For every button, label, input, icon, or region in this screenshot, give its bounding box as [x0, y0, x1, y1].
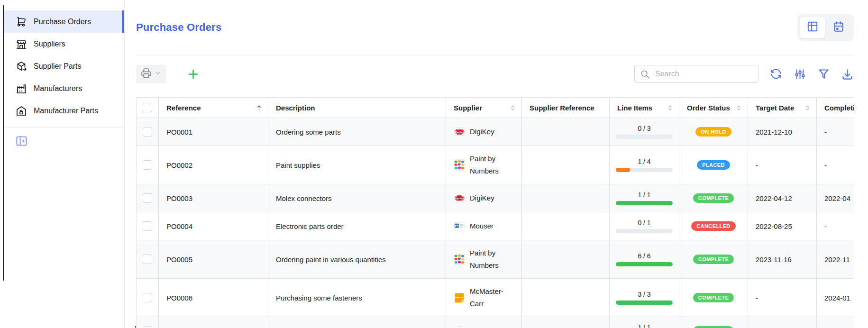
line-items-progress-label: 1 / 1 — [615, 324, 673, 328]
svg-text:Digi-Key: Digi-Key — [455, 197, 464, 200]
select-all-checkbox[interactable] — [143, 103, 152, 112]
factory-icon — [15, 82, 27, 95]
supplier-name: DigiKey — [470, 192, 494, 204]
line-items-progress-bar — [616, 229, 673, 233]
table-row[interactable]: PO0005Ordering paint in various quantiti… — [137, 240, 854, 279]
table-row[interactable]: PO0006Purchasing some fastenersMcMASTER.… — [137, 279, 854, 317]
add-order-button[interactable] — [186, 67, 200, 81]
sidebar-item-manufacturers[interactable]: Manufacturers — [4, 77, 124, 100]
line-items-progress-bar — [616, 135, 673, 139]
column-header-supplier_reference[interactable]: Supplier Reference — [522, 98, 610, 118]
table-toolbar — [136, 65, 854, 83]
line-items-cell: 0 / 1 — [610, 212, 679, 240]
table-view-button[interactable] — [800, 17, 825, 38]
description-cell: Molex connectors — [268, 317, 446, 328]
line-items-progress-bar — [616, 262, 673, 266]
column-header-completion_date[interactable]: Completion Date — [817, 98, 854, 118]
supplier-cell: Paint by Numbers — [446, 146, 522, 184]
sidebar-item-suppliers[interactable]: Suppliers — [4, 33, 124, 55]
row-checkbox[interactable] — [143, 193, 152, 203]
calendar-icon — [832, 20, 845, 35]
sort-ascending-icon — [255, 104, 263, 112]
line-items-progress-label: 1 / 1 — [615, 191, 673, 199]
column-header-target_date[interactable]: Target Date — [748, 98, 817, 118]
column-label: Supplier Reference — [530, 104, 594, 112]
description-cell: Molex connectors — [268, 184, 446, 212]
chevron-down-icon — [154, 69, 162, 79]
completion-date-cell: 2022-04 — [817, 184, 854, 212]
search-input[interactable] — [654, 69, 754, 79]
supplier-name: DigiKey — [470, 126, 494, 138]
collapse-sidebar-icon[interactable] — [15, 135, 28, 148]
main-panel: Purchase Orders ReferenceDescriptionSupp… — [125, 0, 868, 328]
target-date-cell: 2021-12-10 — [748, 118, 817, 146]
calendar-view-button[interactable] — [826, 17, 851, 38]
sidebar: Purchase OrdersSuppliersSupplier PartsMa… — [4, 0, 125, 328]
target-date-cell: - — [748, 279, 817, 317]
filter-icon[interactable] — [817, 68, 830, 81]
sidebar-item-purchase-orders[interactable]: Purchase Orders — [4, 10, 124, 33]
sidebar-item-supplier-parts[interactable]: Supplier Parts — [4, 55, 124, 77]
table-icon — [806, 20, 819, 35]
supplier-cell: Digi-KeyDigiKey — [446, 184, 522, 212]
adjustments-icon[interactable] — [794, 68, 806, 81]
row-checkbox[interactable] — [143, 293, 152, 302]
download-icon[interactable] — [841, 68, 854, 81]
sidebar-item-label: Suppliers — [34, 40, 65, 48]
print-button[interactable] — [136, 65, 166, 83]
row-checkbox[interactable] — [143, 127, 152, 137]
warehouse-lock-icon — [15, 105, 27, 117]
reference-cell: PO0004 — [159, 212, 268, 240]
reference-cell: PO0005 — [159, 240, 268, 279]
order-status-badge: COMPLETE — [693, 193, 734, 203]
table-row[interactable]: PO0001Ordering some partsDigi-KeyDigiKey… — [137, 118, 854, 146]
supplier-name: McMaster-Carr — [470, 285, 514, 310]
target-date-cell: 2023-11-16 — [748, 240, 817, 279]
svg-text:McMASTER.: McMASTER. — [455, 297, 463, 299]
row-checkbox[interactable] — [143, 221, 152, 231]
order-status-cell: CANCELLED — [679, 212, 748, 240]
column-label: Line Items — [617, 104, 652, 112]
supplier-reference-cell — [522, 317, 610, 328]
order-status-badge: PLACED — [697, 160, 730, 170]
reference-cell: PO0001 — [159, 118, 268, 146]
table-row[interactable]: PO0004Electronic parts orderMouser0 / 1C… — [137, 212, 854, 240]
order-status-badge: ON HOLD — [695, 127, 731, 137]
shopping-cart-icon — [15, 16, 27, 28]
purchase-orders-table: ReferenceDescriptionSupplierSupplier Ref… — [136, 97, 854, 328]
sidebar-item-manufacturer-parts[interactable]: Manufacturer Parts — [4, 100, 124, 122]
table-row[interactable]: PO0003Molex connectorsDigi-KeyDigiKey1 /… — [137, 184, 854, 212]
column-header-description[interactable]: Description — [268, 98, 446, 118]
select-all-header[interactable] — [137, 98, 159, 118]
line-items-cell: 0 / 3 — [610, 118, 679, 146]
sidebar-divider — [4, 127, 124, 128]
supplier-reference-cell — [522, 212, 610, 240]
line-items-progress-label: 0 / 3 — [615, 125, 673, 132]
order-status-cell: COMPLETE — [679, 317, 748, 328]
column-header-line_items[interactable]: Line Items — [610, 98, 679, 118]
line-items-cell: 1 / 4 — [610, 146, 679, 184]
row-checkbox[interactable] — [143, 160, 152, 170]
column-header-order_status[interactable]: Order Status — [679, 98, 748, 118]
digikey-logo: Digi-Key — [454, 325, 465, 328]
search-box — [634, 65, 758, 83]
sidebar-item-label: Supplier Parts — [34, 62, 82, 71]
table-row[interactable]: PO0007Molex connectorsDigi-KeyDigiKey1 /… — [137, 317, 854, 328]
description-cell: Electronic parts order — [268, 212, 446, 240]
supplier-cell: Digi-KeyDigiKey — [446, 317, 522, 328]
line-items-progress-label: 0 / 1 — [615, 219, 673, 227]
target-date-cell: 2022-08-25 — [748, 212, 817, 240]
line-items-progress-label: 6 / 6 — [615, 252, 673, 260]
refresh-icon[interactable] — [769, 67, 783, 81]
column-header-reference[interactable]: Reference — [159, 98, 268, 118]
line-items-progress-bar — [616, 168, 673, 172]
column-label: Reference — [166, 104, 201, 112]
table-row[interactable]: PO0002Paint suppliesPaint by Numbers1 / … — [137, 146, 854, 184]
supplier-reference-cell — [522, 146, 610, 184]
supplier-name: Paint by Numbers — [470, 153, 514, 177]
column-header-supplier[interactable]: Supplier — [446, 98, 522, 118]
row-checkbox[interactable] — [143, 326, 152, 328]
description-cell: Purchasing some fasteners — [268, 279, 446, 317]
paintbynumbers-logo — [454, 254, 465, 265]
row-checkbox[interactable] — [143, 255, 152, 264]
